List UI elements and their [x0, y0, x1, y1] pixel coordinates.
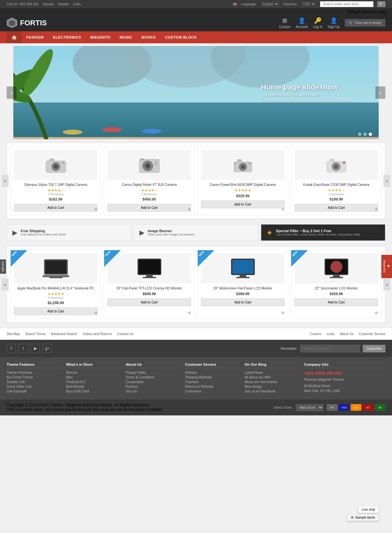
- footer-new-design[interactable]: New design: [245, 385, 299, 388]
- footer-search-terms[interactable]: Search Terms: [25, 332, 46, 336]
- slide-dot-2[interactable]: [363, 133, 367, 136]
- footer-contact-us[interactable]: Contact Us: [117, 332, 133, 336]
- carousel2-next-button[interactable]: ›: [383, 278, 390, 290]
- side-tab-left[interactable]: Sample: [0, 260, 6, 274]
- subscribe-button[interactable]: Subscribe: [363, 345, 385, 352]
- footer-sample-link[interactable]: Sample Link: [7, 380, 61, 384]
- product-grid-1: Olympus Stylus 750 7.1MP Digital Camera …: [10, 146, 382, 215]
- nav-item-custom-block[interactable]: CUSTOM BLOCK: [160, 31, 202, 43]
- banner-image-banner[interactable]: ▶ Image Banner Place your own images as …: [134, 224, 258, 241]
- logo-hex-icon: [7, 18, 17, 28]
- youtube-icon[interactable]: ▶: [31, 344, 40, 353]
- nav-item-fashion[interactable]: FASHION: [22, 31, 48, 43]
- footer-orders-returns[interactable]: Orders and Returns: [83, 332, 112, 336]
- wishlist-icon-1[interactable]: ⊕: [188, 207, 191, 212]
- footer-join-facebook[interactable]: Join us on Facebook: [245, 389, 299, 393]
- wishlist-icon-30monitor[interactable]: ⊕: [188, 310, 191, 315]
- footer-buy-theme[interactable]: Buy Fortis Theme: [7, 375, 61, 379]
- add-to-cart-19monitor[interactable]: Add to Cart: [201, 298, 285, 306]
- footer-new-brands[interactable]: About our new brands: [245, 380, 299, 384]
- footer-cooperation[interactable]: Cooperation: [126, 380, 180, 384]
- login-action[interactable]: 🔑 Log In: [313, 17, 322, 29]
- wishlist-icon-19monitor[interactable]: ⊕: [281, 310, 285, 315]
- svg-point-8: [63, 130, 82, 135]
- carousel1-prev-button[interactable]: ‹: [2, 175, 9, 187]
- nav-home-icon[interactable]: 🏠: [7, 31, 22, 43]
- cart-button[interactable]: 🛒 Your cart is empty: [345, 19, 385, 27]
- footer-payment[interactable]: Payment: [185, 380, 239, 384]
- nav-item-electronics[interactable]: ELECTRONICS: [48, 31, 86, 43]
- footer-customer-service[interactable]: Customer Service: [359, 332, 385, 336]
- slide-dot-3[interactable]: [369, 133, 372, 136]
- footer-products-az[interactable]: Products A-Z: [66, 380, 120, 384]
- slide-dot-1[interactable]: [358, 133, 361, 136]
- add-to-cart-laptop[interactable]: Add to Cart: [14, 307, 98, 315]
- svg-rect-56: [330, 277, 343, 278]
- header-link[interactable]: Header: [58, 2, 69, 6]
- wishlist-icon-2[interactable]: ⊕: [281, 207, 285, 212]
- search-input[interactable]: [320, 1, 373, 7]
- footer-some-other-link[interactable]: Some Other Link: [7, 385, 61, 388]
- add-to-cart-1[interactable]: Add to Cart: [107, 204, 191, 212]
- googleplus-icon[interactable]: g+: [43, 344, 52, 353]
- product-card-2: Canon PowerShot A630 8MP Digital Camera …: [197, 146, 288, 215]
- carousel1-next-button[interactable]: ›: [383, 175, 390, 187]
- custom-action[interactable]: ⊞ Custom: [279, 17, 290, 29]
- add-to-cart-2[interactable]: Add to Cart: [201, 201, 285, 208]
- visa-icon: VISA: [339, 404, 349, 411]
- banner-free-shipping[interactable]: ▶ Free Shipping Free delivery for orders…: [7, 224, 131, 241]
- add-to-cart-3[interactable]: Add to Cart: [294, 204, 378, 212]
- newsletter-input[interactable]: [300, 345, 360, 352]
- footer-all-about-offer[interactable]: All about our offer: [245, 375, 299, 379]
- footer-links[interactable]: Links: [327, 332, 334, 336]
- currency-select[interactable]: USD: [301, 2, 316, 7]
- nav-item-music[interactable]: MUSIC: [115, 31, 137, 43]
- side-tab-right[interactable]: ★ Read this: [381, 255, 392, 278]
- store-select[interactable]: Main Store: [296, 404, 323, 411]
- wishlist-icon-3[interactable]: ⊕: [375, 207, 378, 212]
- links-link[interactable]: Links: [73, 2, 81, 6]
- signup-action[interactable]: 👤 Sign Up: [328, 17, 340, 29]
- search-button[interactable]: 🔍: [377, 1, 385, 7]
- language-select[interactable]: English: [261, 2, 279, 7]
- add-to-cart-22monitor[interactable]: Add to Cart: [294, 298, 378, 306]
- wishlist-icon-22monitor[interactable]: ⊕: [375, 310, 378, 315]
- banner-special-offer[interactable]: ★ Special Offer – Buy 2 Get 1 Free Last …: [261, 224, 385, 241]
- nav-item-magento[interactable]: MAGENTO: [86, 31, 115, 43]
- footer-returns-refunds[interactable]: Returns & Refunds: [185, 385, 239, 388]
- sample-link[interactable]: Sample: [43, 2, 54, 6]
- product-name-laptop: Apple MacBook Pro MA464LL/A 15.4" Notebo…: [14, 286, 98, 290]
- footer-delivery[interactable]: Delivery: [185, 371, 239, 374]
- footer-link-example[interactable]: Link Example: [7, 389, 61, 393]
- footer-women[interactable]: Women: [66, 371, 120, 374]
- nav-item-books[interactable]: BOOKS: [137, 31, 160, 43]
- footer-join-us[interactable]: Join Us: [126, 389, 180, 393]
- footer-buy-gift-card[interactable]: Buy a Gift Card: [66, 389, 120, 393]
- footer-about-us[interactable]: About Us: [340, 332, 353, 336]
- footer-privacy-policy[interactable]: Privacy Policy: [126, 371, 180, 374]
- footer-latest-news[interactable]: Latest News: [245, 371, 299, 374]
- add-to-cart-0[interactable]: Add to Cart: [14, 204, 98, 212]
- product-name-30monitor: 30" Flat-Panel TFT-LCD Cinema HD Monitor: [107, 286, 191, 290]
- wishlist-icon-laptop[interactable]: ⊕: [94, 310, 98, 315]
- footer-best-brands[interactable]: Best Brands: [66, 385, 120, 388]
- footer-advanced-search[interactable]: Advanced Search: [51, 332, 77, 336]
- twitter-icon[interactable]: t: [19, 344, 28, 353]
- add-to-cart-30monitor[interactable]: Add to Cart: [107, 298, 191, 306]
- footer-customers[interactable]: Customers: [185, 389, 239, 393]
- footer-custom[interactable]: Custom: [310, 332, 321, 336]
- footer-men[interactable]: Men: [66, 375, 120, 379]
- footer-theme-overview[interactable]: Theme Overview: [7, 371, 61, 374]
- slide-prev-button[interactable]: ‹: [7, 87, 17, 99]
- footer-terms-conditions[interactable]: Terms & Conditions: [126, 375, 180, 379]
- facebook-icon[interactable]: f: [7, 344, 16, 353]
- wishlist-icon-0[interactable]: ⊕: [94, 207, 98, 212]
- footer-sitemap[interactable]: Site Map: [7, 332, 20, 336]
- account-action[interactable]: 👤 Account: [296, 17, 308, 29]
- footer-partners[interactable]: Partners: [126, 385, 180, 388]
- footer-shipping-methods[interactable]: Shipping Methods: [185, 375, 239, 379]
- product-card-3: Kodak EasyShare C530 5MP Digital Camera …: [291, 146, 382, 215]
- slideshow-title: Home page slideshow: [261, 83, 352, 92]
- carousel2-prev-button[interactable]: ‹: [2, 278, 9, 290]
- slide-next-button[interactable]: ›: [375, 87, 385, 99]
